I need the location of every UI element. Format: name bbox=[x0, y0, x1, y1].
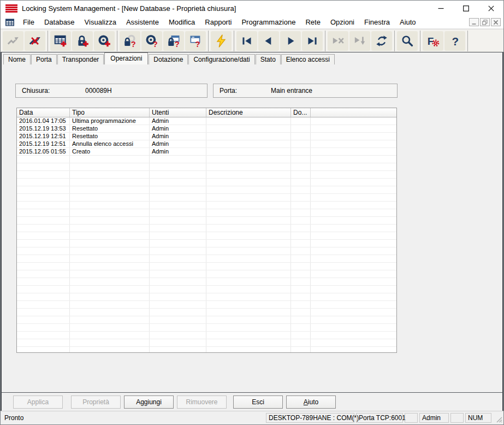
table-row[interactable]: 2015.12.19 12:51Annulla elenco accessiAd… bbox=[17, 140, 396, 148]
remove-button[interactable]: Rimuovere bbox=[177, 396, 227, 409]
status-host: DESKTOP-789HANE : COM(*) bbox=[266, 413, 354, 423]
table-body: 2016.01.04 17:05Ultima programmazioneAdm… bbox=[17, 117, 396, 353]
maximize-button[interactable] bbox=[453, 1, 478, 16]
menu-item-finestra[interactable]: Finestra bbox=[359, 16, 395, 28]
toolbar-button-read-network[interactable]: ? bbox=[185, 31, 206, 51]
table-cell bbox=[17, 179, 70, 186]
table-cell bbox=[291, 140, 311, 147]
operations-table[interactable]: DataTipoUtentiDescrizioneDo... 2016.01.0… bbox=[16, 108, 397, 353]
toolbar-button-refresh[interactable] bbox=[371, 31, 392, 51]
menu-item-file[interactable]: File bbox=[18, 16, 39, 28]
mdi-minimize-button[interactable] bbox=[469, 18, 479, 26]
column-header-utenti[interactable]: Utenti bbox=[150, 108, 206, 117]
toolbar-button-goto-record[interactable] bbox=[349, 31, 370, 51]
column-header-do[interactable]: Do... bbox=[291, 108, 311, 117]
tab-operazioni[interactable]: Operazioni bbox=[104, 52, 148, 64]
exit-button[interactable]: Esci bbox=[233, 396, 283, 409]
tab-porta[interactable]: Porta bbox=[31, 54, 57, 64]
column-header-tipo[interactable]: Tipo bbox=[70, 108, 150, 117]
menu-item-rete[interactable]: Rete bbox=[300, 16, 325, 28]
toolbar-button-next-record[interactable] bbox=[280, 31, 301, 51]
toolbar-button-filter-settings[interactable]: F bbox=[423, 31, 443, 51]
toolbar-button-new-transponder[interactable] bbox=[94, 31, 115, 51]
toolbar-button-read-lock-network[interactable]: ? bbox=[163, 31, 184, 51]
connect-icon bbox=[6, 34, 20, 48]
toolbar-button-help[interactable]: ? bbox=[444, 31, 465, 51]
table-cell bbox=[291, 339, 311, 346]
toolbar-button-read-transponder[interactable]: ? bbox=[141, 31, 162, 51]
mdi-close-icon bbox=[493, 20, 499, 25]
toolbar-button-new-database[interactable] bbox=[50, 31, 71, 51]
table-row-empty bbox=[17, 270, 396, 278]
properties-button[interactable]: Proprietà bbox=[71, 396, 121, 409]
table-row[interactable]: 2015.12.19 13:53ResettatoAdmin bbox=[17, 125, 396, 133]
column-header-descrizione[interactable]: Descrizione bbox=[206, 108, 291, 117]
column-header-data[interactable]: Data bbox=[17, 108, 70, 117]
table-cell bbox=[70, 194, 150, 201]
table-cell bbox=[70, 225, 150, 232]
toolbar-button-cancel-record[interactable] bbox=[328, 31, 348, 51]
close-button[interactable] bbox=[478, 1, 503, 16]
table-cell bbox=[17, 171, 70, 178]
table-row-empty bbox=[17, 225, 396, 232]
menu-item-opzioni[interactable]: Opzioni bbox=[325, 16, 359, 28]
table-cell bbox=[206, 240, 291, 247]
door-field: Porta: Main entrance bbox=[213, 84, 398, 98]
tab-dotazione[interactable]: Dotazione bbox=[149, 54, 188, 64]
table-cell bbox=[150, 324, 206, 331]
table-cell bbox=[291, 171, 311, 178]
table-row[interactable]: 2015.12.19 12:51ResettatoAdmin bbox=[17, 133, 396, 140]
menu-item-programmazione[interactable]: Programmazione bbox=[236, 16, 300, 28]
toolbar-button-read-lock[interactable]: ? bbox=[120, 31, 140, 51]
table-cell bbox=[311, 255, 396, 262]
menu-item-modifica[interactable]: Modifica bbox=[164, 16, 200, 28]
table-cell bbox=[206, 148, 291, 155]
status-num-lock: NUM bbox=[465, 413, 491, 423]
menu-item-visualizza[interactable]: Visualizza bbox=[80, 16, 121, 28]
toolbar-button-last-record[interactable] bbox=[302, 31, 323, 51]
tab-stato[interactable]: Stato bbox=[256, 54, 281, 64]
resize-grip[interactable] bbox=[491, 413, 502, 423]
status-segment-empty bbox=[405, 413, 418, 423]
search-icon bbox=[400, 34, 414, 48]
tab-transponder[interactable]: Transponder bbox=[57, 54, 104, 64]
menu-item-database[interactable]: Database bbox=[39, 16, 80, 28]
toolbar-button-program[interactable] bbox=[211, 31, 232, 51]
column-header-spacer[interactable] bbox=[311, 108, 396, 117]
toolbar-button-disconnect[interactable] bbox=[25, 31, 45, 51]
table-row-empty bbox=[17, 286, 396, 293]
menu-item-rapporti[interactable]: Rapporti bbox=[200, 16, 236, 28]
table-cell bbox=[291, 194, 311, 201]
add-button[interactable]: Aggiungi bbox=[124, 396, 174, 409]
door-label: Porta: bbox=[220, 87, 237, 95]
tab-elenco-accessi[interactable]: Elenco accessi bbox=[281, 54, 335, 64]
mdi-restore-button[interactable] bbox=[480, 18, 490, 26]
table-cell bbox=[206, 179, 291, 186]
toolbar-button-search[interactable] bbox=[397, 31, 418, 51]
table-cell bbox=[311, 148, 396, 155]
apply-button[interactable]: Applica bbox=[13, 396, 63, 409]
minimize-button[interactable] bbox=[428, 1, 453, 16]
menu-item-aiuto[interactable]: Aiuto bbox=[395, 16, 421, 28]
toolbar-button-first-record[interactable] bbox=[236, 31, 257, 51]
table-cell bbox=[70, 247, 150, 255]
tab-nome[interactable]: Nome bbox=[3, 54, 31, 64]
table-cell bbox=[311, 163, 396, 170]
tab-configurazione-dati[interactable]: Configurazione/dati bbox=[188, 54, 254, 64]
table-row[interactable]: 2015.12.05 01:55CreatoAdmin bbox=[17, 148, 396, 156]
toolbar-button-connect[interactable] bbox=[3, 31, 23, 51]
next-record-icon bbox=[283, 34, 298, 48]
table-cell bbox=[70, 332, 150, 339]
mdi-close-button[interactable] bbox=[491, 18, 501, 26]
toolbar-button-new-lock[interactable] bbox=[72, 31, 93, 51]
help-button[interactable]: Aiuto bbox=[286, 396, 336, 409]
toolbar-button-prev-record[interactable] bbox=[258, 31, 279, 51]
table-row[interactable]: 2016.01.04 17:05Ultima programmazioneAdm… bbox=[17, 117, 396, 125]
table-cell bbox=[17, 309, 70, 316]
table-cell bbox=[150, 232, 206, 239]
mdi-restore-icon bbox=[482, 20, 488, 25]
table-cell bbox=[311, 125, 396, 132]
menu-item-assistente[interactable]: Assistente bbox=[121, 16, 164, 28]
table-cell bbox=[206, 339, 291, 346]
table-cell bbox=[291, 225, 311, 232]
